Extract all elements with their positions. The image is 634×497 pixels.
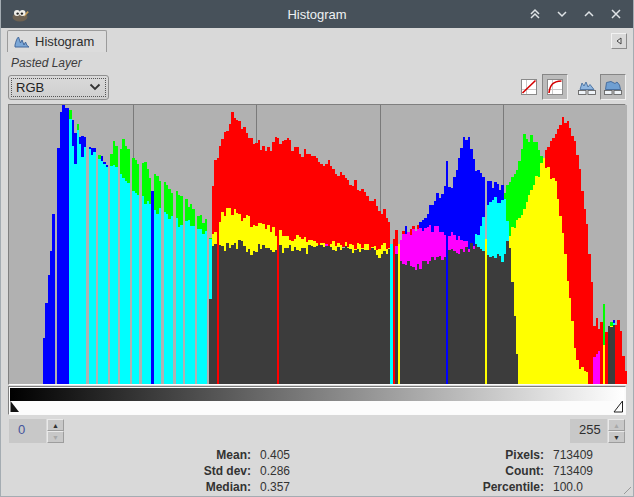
chevron-down-icon [89, 83, 108, 91]
range-low-down-button[interactable]: ▼ [47, 431, 64, 443]
channel-select-value: RGB [9, 80, 89, 95]
controls-row: RGB [1, 72, 633, 102]
range-high-handle[interactable] [613, 401, 624, 413]
stat-value: 713409 [553, 447, 607, 463]
range-selector [8, 386, 626, 415]
tab-menu-button[interactable] [611, 33, 627, 49]
stat-label: Mean: [1, 447, 251, 463]
linear-histogram-icon [520, 78, 538, 96]
tab-menu-icon [614, 36, 624, 46]
resize-grip[interactable] [622, 485, 632, 495]
stat-label: Std dev: [1, 463, 251, 479]
titlebar: Histogram [1, 0, 633, 28]
histogram-dialog-window: Histogram Histogram [0, 0, 634, 497]
gradient-bar[interactable] [10, 388, 624, 401]
range-low-spinbox: 0 ▲ ▼ [9, 419, 64, 443]
stat-value: 100.0 [553, 479, 607, 495]
chevron-down-icon [555, 7, 569, 21]
range-low-up-button[interactable]: ▲ [47, 419, 64, 431]
stat-count: Count: 713409 [319, 463, 607, 479]
chevron-up-icon [582, 7, 596, 21]
tab-label: Histogram [35, 34, 94, 49]
stat-value: 713409 [553, 463, 607, 479]
minimize-button[interactable] [555, 7, 569, 21]
view-linear-button[interactable] [574, 74, 600, 100]
histogram-icon [14, 35, 30, 48]
layer-name: Pasted Layer [1, 52, 633, 72]
close-button[interactable] [609, 7, 623, 21]
range-high-value[interactable]: 255 [570, 419, 607, 443]
range-high-down-button[interactable]: ▼ [608, 431, 625, 443]
dock-tabbar: Histogram [1, 28, 633, 52]
stat-label: Pixels: [319, 447, 544, 463]
stat-value: 0.286 [260, 463, 290, 479]
histogram-linear-icon [577, 79, 597, 96]
stat-label: Count: [319, 463, 544, 479]
stat-value: 0.405 [260, 447, 290, 463]
stat-mean: Mean: 0.405 [1, 447, 319, 463]
range-high-up-button[interactable]: ▲ [608, 419, 625, 431]
close-icon [609, 7, 623, 21]
histogram-filled-icon [603, 79, 623, 96]
linear-histogram-button[interactable] [516, 74, 542, 100]
statistics: Mean: 0.405 Std dev: 0.286 Median: 0.357… [1, 447, 633, 495]
histogram-chart[interactable] [8, 104, 626, 385]
range-low-handle[interactable] [10, 401, 20, 413]
range-handle-strip [10, 401, 624, 413]
stat-stddev: Std dev: 0.286 [1, 463, 319, 479]
keep-above-icon [528, 7, 542, 21]
keep-above-button[interactable] [528, 7, 542, 21]
range-low-value[interactable]: 0 [9, 419, 46, 443]
maximize-button[interactable] [582, 7, 596, 21]
tab-histogram[interactable]: Histogram [7, 30, 107, 52]
logarithmic-histogram-icon [546, 78, 564, 96]
histogram-canvas[interactable] [9, 105, 627, 384]
stat-percentile: Percentile: 100.0 [319, 479, 607, 495]
stat-label: Median: [1, 479, 251, 495]
stat-label: Percentile: [319, 479, 544, 495]
stat-median: Median: 0.357 [1, 479, 319, 495]
range-high-spinbox: 255 ▲ ▼ [570, 419, 625, 443]
logarithmic-histogram-button[interactable] [542, 74, 568, 100]
histogram-toolbar [516, 74, 626, 100]
channel-select[interactable]: RGB [8, 75, 109, 100]
stat-value: 0.357 [260, 479, 290, 495]
range-row: 0 ▲ ▼ 255 ▲ ▼ [1, 419, 633, 443]
gimp-wilber-icon[interactable] [11, 7, 29, 22]
dialog-content: Histogram Pasted Layer RGB [1, 28, 633, 496]
stat-pixels: Pixels: 713409 [319, 447, 607, 463]
view-perceptual-button[interactable] [600, 74, 626, 100]
